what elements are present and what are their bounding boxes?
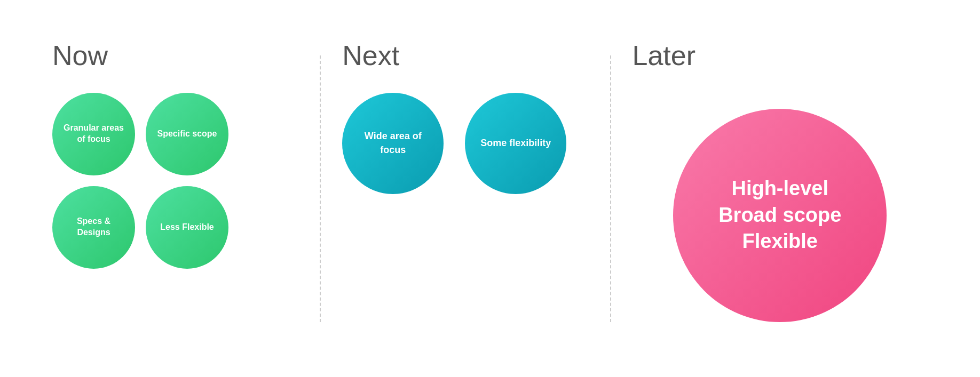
circle-wide-area: Wide area of focus (342, 93, 444, 194)
circle-high-level: High-levelBroad scopeFlexible (673, 109, 887, 322)
circle-some-flexibility-label: Some flexibility (480, 137, 551, 150)
circle-some-flexibility: Some flexibility (465, 93, 566, 194)
circle-specs: Specs & Designs (52, 186, 135, 269)
divider-next-later (610, 55, 611, 322)
circle-specific: Specific scope (146, 93, 228, 175)
now-circles-grid: Granular areas of focus Specific scope S… (52, 93, 228, 269)
circle-high-level-label: High-levelBroad scopeFlexible (718, 175, 841, 254)
now-title: Now (52, 39, 108, 71)
next-title: Next (342, 39, 399, 71)
divider-now-next (320, 55, 321, 322)
now-column: Now Granular areas of focus Specific sco… (36, 18, 314, 359)
circle-specs-label: Specs & Designs (60, 216, 127, 238)
later-circles-container: High-levelBroad scopeFlexible (633, 93, 928, 338)
circle-less-flexible: Less Flexible (146, 186, 228, 269)
circle-granular-label: Granular areas of focus (60, 123, 127, 145)
circle-specific-label: Specific scope (157, 129, 217, 140)
circle-wide-area-label: Wide area of focus (353, 130, 433, 156)
later-column: Later High-levelBroad scopeFlexible (617, 18, 944, 359)
next-circles-row: Wide area of focus Some flexibility (342, 93, 566, 194)
later-title: Later (633, 39, 696, 71)
main-container: Now Granular areas of focus Specific sco… (36, 18, 944, 359)
circle-less-flexible-label: Less Flexible (160, 222, 214, 233)
circle-granular: Granular areas of focus (52, 93, 135, 175)
next-column: Next Wide area of focus Some flexibility (326, 18, 604, 359)
